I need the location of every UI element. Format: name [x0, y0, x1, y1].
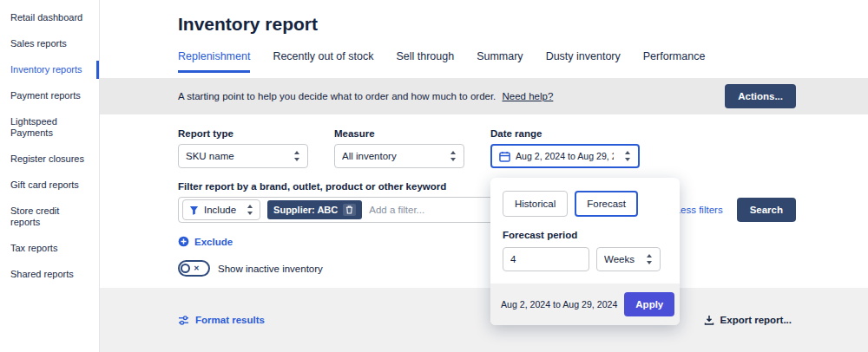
sidebar-item-store-credit-reports[interactable]: Store credit reports: [10, 205, 89, 228]
stepper-icon: [624, 150, 631, 162]
tab-replenishment[interactable]: Replenishment: [178, 50, 250, 73]
measure-label: Measure: [334, 128, 464, 139]
page-title: Inventory report: [178, 14, 868, 35]
stepper-icon: [450, 150, 457, 162]
filter-row: Include Supplier: ABC Add a filter... Le…: [178, 197, 796, 223]
plus-circle-icon: [178, 236, 189, 247]
mode-segment: Historical Forecast: [503, 191, 667, 217]
date-range-field: Date range Aug 2, 2024 to Aug 29, 2024: [490, 128, 640, 168]
need-help-link[interactable]: Need help?: [503, 91, 554, 101]
sidebar: Retail dashboard Sales reports Inventory…: [0, 0, 100, 352]
tab-bar: Replenishment Recently out of stock Sell…: [178, 50, 868, 73]
forecast-button[interactable]: Forecast: [575, 191, 638, 217]
historical-button[interactable]: Historical: [503, 191, 568, 217]
footer-bar: Format results Export report...: [100, 288, 868, 352]
sidebar-item-payment-reports[interactable]: Payment reports: [10, 90, 89, 101]
filter-section-label: Filter report by a brand, outlet, produc…: [178, 181, 796, 192]
stepper-icon: [247, 204, 253, 216]
date-range-label: Date range: [490, 128, 640, 139]
app-window: Retail dashboard Sales reports Inventory…: [0, 0, 868, 352]
sidebar-item-register-closures[interactable]: Register closures: [10, 153, 89, 165]
info-banner: A starting point to help you decide what…: [100, 78, 868, 114]
date-range-popover: Historical Forecast Forecast period Week…: [490, 178, 680, 325]
stepper-icon: [646, 253, 653, 265]
measure-select[interactable]: All inventory: [334, 144, 464, 168]
tab-summary[interactable]: Summary: [477, 50, 523, 73]
actions-button[interactable]: Actions...: [725, 84, 796, 108]
period-unit-value: Weeks: [604, 254, 635, 264]
download-icon: [704, 315, 714, 325]
apply-button[interactable]: Apply: [624, 292, 674, 316]
sliders-icon: [178, 316, 189, 325]
main-content: Inventory report Replenishment Recently …: [100, 0, 868, 352]
sidebar-item-inventory-reports[interactable]: Inventory reports: [10, 64, 89, 75]
sidebar-item-sales-reports[interactable]: Sales reports: [10, 38, 89, 49]
banner-text: A starting point to help you decide what…: [178, 91, 553, 101]
include-select[interactable]: Include: [182, 199, 260, 220]
exclude-link[interactable]: Exclude: [178, 236, 233, 247]
forecast-period-input[interactable]: [503, 247, 589, 271]
report-type-label: Report type: [178, 128, 308, 139]
calendar-icon: [499, 151, 510, 162]
format-results-button[interactable]: Format results: [178, 315, 265, 325]
report-type-field: Report type SKU name: [178, 128, 308, 168]
date-range-value: Aug 2, 2024 to Aug 29, 2024: [516, 151, 614, 161]
report-type-value: SKU name: [186, 151, 234, 161]
show-inactive-label: Show inactive inventory: [218, 264, 323, 274]
stepper-icon: [293, 150, 300, 162]
toggle-row: ✕ Show inactive inventory: [178, 260, 796, 277]
filter-chip-supplier-abc[interactable]: Supplier: ABC: [267, 200, 362, 219]
sidebar-item-gift-card-reports[interactable]: Gift card reports: [10, 179, 89, 191]
tab-dusty-inventory[interactable]: Dusty inventory: [546, 50, 621, 73]
fields-row: Report type SKU name Measure All invento…: [178, 128, 796, 168]
measure-value: All inventory: [342, 151, 397, 161]
tab-recently-out-of-stock[interactable]: Recently out of stock: [273, 50, 373, 73]
sidebar-item-lightspeed-payments[interactable]: Lightspeed Payments: [10, 116, 89, 139]
sidebar-item-shared-reports[interactable]: Shared reports: [10, 269, 89, 280]
measure-field: Measure All inventory: [334, 128, 464, 168]
report-form: Report type SKU name Measure All invento…: [100, 114, 868, 277]
date-range-select[interactable]: Aug 2, 2024 to Aug 29, 2024: [490, 144, 640, 168]
export-report-button[interactable]: Export report...: [704, 315, 792, 325]
funnel-icon: [189, 205, 199, 215]
popover-date-summary: Aug 2, 2024 to Aug 29, 2024: [501, 299, 617, 310]
sidebar-item-retail-dashboard[interactable]: Retail dashboard: [10, 12, 89, 23]
sidebar-item-tax-reports[interactable]: Tax reports: [10, 243, 89, 254]
search-button[interactable]: Search: [737, 198, 796, 222]
forecast-period-row: Weeks: [503, 247, 667, 271]
forecast-period-label: Forecast period: [503, 230, 667, 240]
format-results-label: Format results: [195, 315, 265, 325]
tab-performance[interactable]: Performance: [643, 50, 706, 73]
include-value: Include: [204, 205, 236, 215]
toggle-knob: [181, 264, 190, 273]
add-filter-placeholder[interactable]: Add a filter...: [369, 205, 424, 215]
less-filters-link[interactable]: Less filters: [675, 205, 723, 215]
period-unit-select[interactable]: Weeks: [596, 247, 661, 271]
banner-message: A starting point to help you decide what…: [178, 91, 496, 101]
export-report-label: Export report...: [720, 315, 792, 325]
toggle-off-x-icon: ✕: [194, 264, 200, 272]
tab-sell-through[interactable]: Sell through: [396, 50, 454, 73]
show-inactive-toggle[interactable]: ✕: [178, 260, 210, 277]
trash-icon[interactable]: [343, 204, 356, 216]
popover-footer: Aug 2, 2024 to Aug 29, 2024 Apply: [490, 284, 680, 325]
popover-body: Historical Forecast Forecast period Week…: [490, 178, 680, 284]
filter-chip-label: Supplier: ABC: [273, 205, 338, 215]
report-type-select[interactable]: SKU name: [178, 144, 308, 168]
exclude-label: Exclude: [194, 237, 233, 247]
